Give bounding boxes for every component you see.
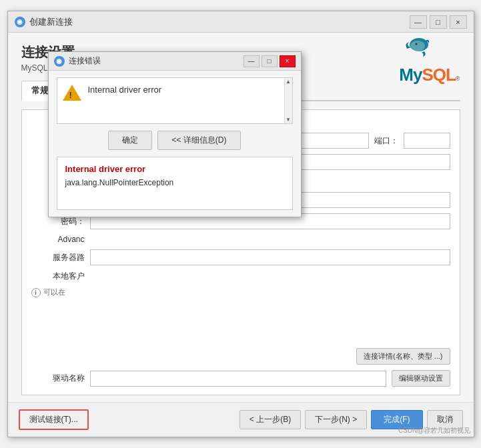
edit-driver-button[interactable]: 编辑驱动设置 bbox=[392, 370, 450, 387]
dialog-maximize-button[interactable]: □ bbox=[262, 55, 278, 67]
info-text: 可以在 bbox=[43, 287, 65, 297]
svg-point-2 bbox=[416, 43, 418, 45]
window-controls: — □ × bbox=[410, 15, 467, 29]
mysql-logo: MySQL ® bbox=[399, 37, 460, 85]
dialog-title: 连接错误 bbox=[69, 55, 244, 67]
ok-button[interactable]: 确定 bbox=[108, 131, 152, 150]
mysql-dolphin-icon bbox=[399, 37, 431, 63]
scroll-down-icon[interactable]: ▼ bbox=[286, 117, 291, 123]
info-row: i 可以在 bbox=[31, 287, 450, 297]
minimize-button[interactable]: — bbox=[410, 15, 427, 29]
window-title: 创建新连接 bbox=[29, 16, 73, 28]
next-button[interactable]: 下一步(N) > bbox=[305, 410, 367, 429]
detail-section: Internal driver error java.lang.NullPoin… bbox=[57, 157, 293, 210]
driver-row: 驱动名称 编辑驱动设置 bbox=[31, 370, 450, 387]
pwd-label: 密码： bbox=[31, 216, 85, 227]
title-bar: ◉ 创建新连接 — □ × bbox=[8, 11, 474, 33]
main-window: ◉ 创建新连接 — □ × bbox=[7, 11, 474, 437]
watermark: CSDN@容若几如初视见 bbox=[396, 425, 474, 437]
close-button[interactable]: × bbox=[450, 15, 467, 29]
svg-point-1 bbox=[410, 41, 425, 51]
adv-row: Advanc bbox=[31, 235, 450, 244]
dialog-title-bar: ◉ 连接错误 — □ × bbox=[49, 52, 301, 71]
details-button[interactable]: << 详细信息(D) bbox=[157, 131, 240, 150]
error-dialog: ◉ 连接错误 — □ × Internal driver error ▲ bbox=[48, 51, 302, 217]
dialog-controls: — □ × bbox=[244, 55, 296, 67]
dialog-body: Internal driver error ▲ ▼ 确定 << 详细信息(D) … bbox=[49, 71, 301, 217]
detail-stack-trace: java.lang.NullPointerException bbox=[65, 178, 284, 187]
dialog-close-button[interactable]: × bbox=[280, 55, 296, 67]
prev-button[interactable]: < 上一步(B) bbox=[239, 410, 301, 429]
local-client-label: 本地客户 bbox=[31, 271, 85, 282]
scrollbar[interactable]: ▲ ▼ bbox=[284, 78, 292, 123]
scroll-up-icon[interactable]: ▲ bbox=[286, 79, 291, 85]
local-input[interactable] bbox=[90, 249, 450, 265]
mysql-logo-text: MySQL bbox=[399, 65, 456, 85]
detail-error-title: Internal driver error bbox=[65, 164, 284, 174]
driver-label: 驱动名称 bbox=[31, 373, 85, 384]
error-message-text: Internal driver error bbox=[88, 83, 162, 97]
driver-input[interactable] bbox=[90, 371, 386, 387]
warning-icon bbox=[63, 85, 81, 103]
dialog-app-icon: ◉ bbox=[54, 56, 65, 67]
test-connection-button[interactable]: 测试链接(T)... bbox=[19, 409, 89, 430]
dialog-actions: 确定 << 详细信息(D) bbox=[57, 131, 293, 150]
adv-label: Advanc bbox=[31, 235, 85, 244]
local-client-row: 本地客户 bbox=[31, 271, 450, 282]
port-input[interactable] bbox=[404, 133, 450, 149]
error-message-box: Internal driver error ▲ ▼ bbox=[57, 77, 293, 124]
info-icon: i bbox=[31, 288, 41, 297]
app-icon: ◉ bbox=[15, 17, 25, 27]
conn-details-button[interactable]: 连接详情(名称、类型 ...) bbox=[356, 348, 450, 365]
local-row: 服务器路 bbox=[31, 249, 450, 265]
dialog-minimize-button[interactable]: — bbox=[244, 55, 260, 67]
local-label: 服务器路 bbox=[31, 252, 85, 263]
port-label: 端口： bbox=[374, 135, 398, 147]
mysql-registered-icon: ® bbox=[456, 75, 460, 82]
maximize-button[interactable]: □ bbox=[430, 15, 447, 29]
conn-details-row: 连接详情(名称、类型 ...) bbox=[31, 348, 450, 365]
